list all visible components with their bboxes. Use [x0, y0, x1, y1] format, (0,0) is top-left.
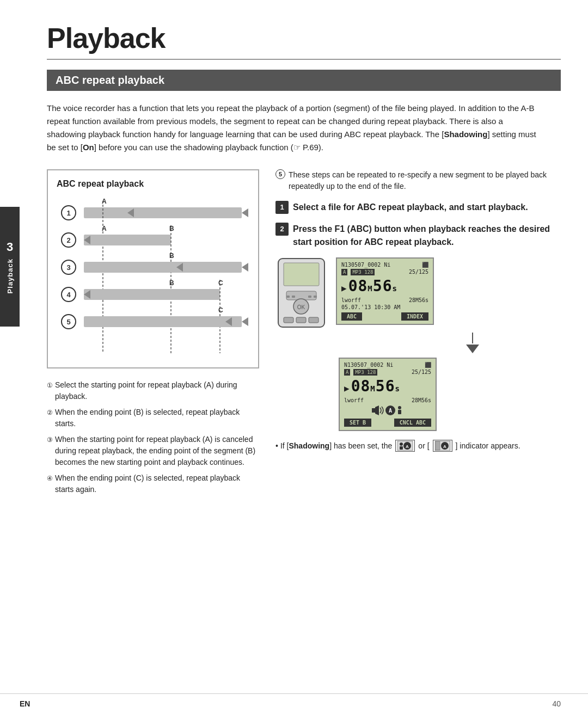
bullet-1-text: Select the starting point for repeat pla…	[55, 379, 259, 402]
lcd-screen-2-container: N130507_0002 Ni ⬛ A MP3 128 25/125 ▶ 08M…	[339, 358, 561, 431]
lcd-lworff-1: lworff	[341, 297, 361, 303]
instruction-1-label: Select a file for ABC repeat playback, a…	[293, 201, 561, 214]
shadowing-text-1: If [Shadowing] has been set, the	[280, 441, 392, 450]
lcd-filename-1: N130507_0002 Ni	[341, 262, 390, 268]
diagram-title: ABC repeat playback	[57, 179, 249, 189]
lcd-tag-a-1: A MP3 128	[341, 269, 375, 275]
instruction-2-label: Press the F1 (ABC) button when playback …	[293, 223, 561, 249]
lcd-row2-2: A MP3 128 25/125	[344, 369, 431, 375]
lcd-btn-cnclabc-2[interactable]: CNCL ABC	[394, 419, 431, 427]
lcd-battery-2: ⬛	[425, 362, 431, 368]
svg-rect-57	[436, 441, 440, 450]
svg-text:2: 2	[66, 236, 70, 244]
svg-rect-14	[84, 262, 242, 273]
chapter-tab: 3 Playback	[0, 207, 20, 327]
bottom-bar: EN 40	[0, 693, 588, 713]
bullet-3-text: When the starting point for repeat playb…	[55, 434, 259, 468]
svg-rect-39	[296, 317, 306, 323]
intro-text: The voice recorder has a function that l…	[47, 102, 537, 154]
svg-text:B: B	[169, 225, 174, 232]
svg-text:A: A	[443, 444, 446, 449]
device-sketch-1: OK	[275, 257, 327, 328]
svg-rect-27	[84, 316, 242, 327]
page-title: Playback	[47, 22, 561, 60]
step-num-1: 1	[275, 201, 289, 214]
bullet-4-text: When the ending point (C) is selected, r…	[55, 472, 259, 495]
lcd-top-bar-2: N130507_0002 Ni ⬛	[344, 362, 431, 368]
svg-text:B: B	[169, 252, 174, 260]
instruction-2-text: 2 Press the F1 (ABC) button when playbac…	[275, 223, 561, 249]
svg-rect-7	[84, 235, 171, 245]
svg-point-49	[398, 406, 401, 409]
lcd-duration-2: 28M56s	[412, 397, 431, 403]
lcd-btn-setb-2[interactable]: SET B	[344, 419, 371, 427]
step-5-note: 5 These steps can be repeated to re-spec…	[275, 169, 561, 192]
shadowing-note: • If [Shadowing] has been set, the A or …	[275, 440, 561, 452]
arrow-down-head	[466, 345, 479, 353]
svg-rect-38	[284, 317, 293, 323]
svg-rect-50	[398, 410, 401, 414]
lcd-tag-a-2: A MP3 128	[344, 369, 377, 375]
svg-text:4: 4	[66, 291, 71, 299]
lang-label: EN	[20, 699, 30, 708]
svg-marker-15	[242, 263, 248, 272]
diagram-box: ABC repeat playback 1 A	[47, 169, 259, 368]
lcd-screen-2: N130507_0002 Ni ⬛ A MP3 128 25/125 ▶ 08M…	[339, 358, 437, 431]
lcd-lworff-2: lworff	[344, 397, 364, 403]
shadowing-icons: A	[371, 404, 404, 416]
right-column: 5 These steps can be repeated to re-spec…	[275, 169, 561, 452]
svg-text:5: 5	[66, 318, 70, 326]
lcd-btn-index-1[interactable]: INDEX	[401, 312, 428, 321]
lcd-battery-1: ⬛	[422, 262, 428, 268]
lcd-top-bar-1: N130507_0002 Ni ⬛	[341, 262, 428, 268]
lcd-date-1: 05.07.'13 10:30 AM	[341, 304, 428, 310]
lcd-time-display-1: 08M56s	[348, 277, 397, 295]
shadowing-icon-2: A	[433, 440, 452, 452]
device-container-1: OK N130507_0002 Ni ⬛	[275, 257, 561, 328]
svg-text:A: A	[102, 198, 107, 205]
svg-rect-43	[308, 296, 311, 298]
lcd-btn-abc-1[interactable]: ABC	[341, 312, 362, 321]
step-num-2: 2	[275, 223, 289, 236]
svg-text:A: A	[102, 225, 107, 232]
svg-text:3: 3	[66, 263, 70, 272]
section-header: ABC repeat playback	[47, 70, 561, 91]
steps-list: ① Select the starting point for repeat p…	[47, 379, 259, 495]
lcd-time-display-2: 08M56s	[351, 377, 400, 395]
lcd-filename-2: N130507_0002 Ni	[344, 362, 393, 368]
svg-text:C: C	[218, 306, 223, 314]
shadowing-text-3: ] indicator appears.	[456, 441, 520, 450]
lcd-count-2: 25/125	[412, 369, 431, 375]
svg-text:A: A	[389, 408, 392, 414]
svg-rect-41	[286, 296, 290, 298]
bullet-2-text: When the ending point (B) is selected, r…	[55, 407, 259, 429]
svg-text:1: 1	[66, 209, 70, 217]
svg-rect-45	[372, 408, 375, 413]
chapter-label: Playback	[6, 259, 14, 293]
step-5-circle: 5	[275, 169, 285, 179]
lcd-play-icon-1: ▶	[341, 283, 347, 293]
svg-marker-28	[242, 317, 248, 326]
bullet-2: ②	[47, 407, 53, 417]
instruction-1-text: 1 Select a file for ABC repeat playback,…	[275, 201, 561, 214]
svg-marker-46	[375, 405, 379, 415]
shadowing-icon-1: A	[395, 440, 415, 452]
lcd-duration-1: 28M56s	[409, 297, 428, 303]
svg-rect-0	[84, 207, 242, 218]
lcd-screen-1: N130507_0002 Ni ⬛ A MP3 128 25/125 ▶ 08M…	[336, 257, 434, 325]
svg-rect-44	[314, 296, 317, 298]
svg-rect-20	[84, 289, 220, 300]
list-item: ② When the ending point (B) is selected,…	[47, 407, 259, 429]
instruction-1: 1 Select a file for ABC repeat playback,…	[275, 201, 561, 214]
lcd-buttons-row-1: ABC INDEX	[341, 312, 428, 321]
svg-marker-1	[242, 208, 248, 217]
lcd-time-row-1: ▶ 08M56s	[341, 276, 428, 296]
step-5-text: These steps can be repeated to re-specif…	[289, 169, 561, 192]
lcd-count-1: 25/125	[409, 269, 428, 275]
list-item: ④ When the ending point (C) is selected,…	[47, 472, 259, 495]
bullet-1: ①	[47, 379, 53, 390]
instruction-2: 2 Press the F1 (ABC) button when playbac…	[275, 223, 561, 249]
main-content: Playback ABC repeat playback The voice r…	[20, 0, 588, 521]
svg-text:OK: OK	[297, 304, 305, 310]
left-column: ABC repeat playback 1 A	[47, 169, 259, 500]
